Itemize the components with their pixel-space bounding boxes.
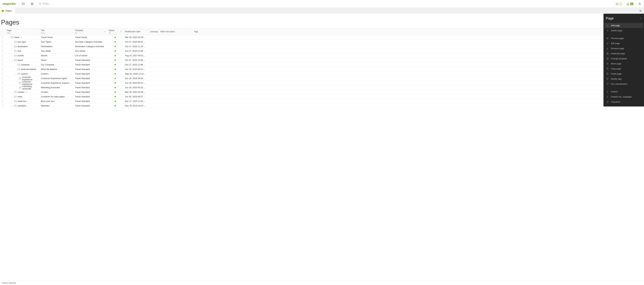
table-row[interactable]: ›membersMembersTravel StandardNov 25, 20…	[0, 104, 644, 108]
svg-rect-29	[607, 53, 608, 55]
col-header-abtest[interactable]: A/B/n test status	[158, 28, 192, 35]
svg-rect-4	[23, 4, 24, 4]
row-checkbox[interactable]	[2, 64, 3, 66]
svg-rect-7	[23, 5, 24, 5]
modification-date-cell: Jun 19, 2015 09:32 AM	[123, 82, 148, 84]
page-title-cell: Travel Home	[39, 36, 73, 39]
tasks-button[interactable]: 0	[613, 0, 624, 8]
expand-icon[interactable]: ›	[11, 105, 13, 107]
table-row[interactable]: ⌄careersCareersTravel StandardMay 26, 20…	[0, 72, 644, 76]
table-row[interactable]: companyOur CompanyTravel StandardOct 27,…	[0, 63, 644, 67]
tab-pages[interactable]: Pages	[0, 8, 16, 14]
action-delete[interactable]: Delete page	[604, 28, 643, 33]
expand-icon[interactable]: ›	[11, 100, 13, 102]
table-row[interactable]: tourTour detailTour DetailOct 27, 2015 1…	[0, 49, 644, 53]
row-checkbox[interactable]	[2, 73, 3, 75]
action-preview[interactable]: Preview page	[604, 36, 643, 41]
col-header-livecopy[interactable]: Livecopy	[148, 28, 158, 35]
col-header-status[interactable]: Status All ▾	[107, 28, 123, 35]
collapse-icon[interactable]: ⌄	[11, 59, 13, 61]
table-row[interactable]: ›contact€ContactTravel StandardMar 30, 2…	[0, 90, 644, 95]
template-cell: Travel Standard	[73, 100, 107, 102]
chevron-right-icon[interactable]	[639, 17, 642, 20]
table-row[interactable]: ›metaContainer for meta pagesTravel Stan…	[0, 95, 644, 99]
row-checkbox[interactable]	[2, 86, 3, 89]
row-checkbox[interactable]	[2, 55, 3, 57]
template-cell: Travel Standard	[73, 73, 107, 75]
search-input[interactable]	[42, 2, 611, 6]
page-name: marketing-associate	[22, 85, 38, 90]
col-header-modification[interactable]: Modification date	[123, 28, 148, 35]
expand-icon[interactable]: ›	[11, 55, 13, 57]
status-published-icon	[114, 64, 116, 65]
page-name: what-we-believe	[21, 68, 36, 71]
close-icon[interactable]	[639, 8, 642, 14]
action-publishsub[interactable]: Publish incl. subpages	[604, 94, 643, 99]
favorite-icon[interactable]	[28, 2, 36, 6]
template-cell: Travel Home	[73, 36, 107, 39]
user-menu-icon[interactable]	[636, 0, 644, 8]
action-publish[interactable]: Publish	[604, 89, 643, 94]
row-checkbox[interactable]	[2, 45, 3, 48]
action-unpublish[interactable]: Unpublish	[604, 99, 643, 104]
modification-date-cell: Oct 27, 2015 12:48 PM	[123, 64, 148, 66]
action-add[interactable]: Add page	[604, 23, 643, 28]
app-launcher-icon[interactable]	[19, 2, 28, 6]
table-row[interactable]: ⌄travel€Travel HomeTravel HomeMar 30, 20…	[0, 35, 644, 40]
action-move[interactable]: Move page	[604, 61, 643, 66]
row-checkbox[interactable]	[2, 68, 3, 71]
col-header-tags[interactable]: Tags	[192, 28, 644, 35]
status-published-icon	[114, 87, 116, 88]
table-row[interactable]: customer-experienceCustomer Experience A…	[0, 76, 644, 81]
row-checkbox[interactable]	[2, 100, 3, 102]
col-header-template[interactable]: Template All ▾	[73, 28, 107, 35]
action-changetmpl[interactable]: Change template	[604, 56, 643, 61]
notifications-button[interactable]: 1	[624, 0, 636, 8]
row-checkbox[interactable]	[2, 50, 3, 52]
action-rename[interactable]: Rename page	[604, 46, 643, 51]
page-icon	[14, 46, 16, 48]
modification-date-cell: May 26, 2016 12:23 PM	[123, 73, 148, 75]
logo[interactable]: magnolia®	[0, 2, 19, 6]
clip-icon	[606, 73, 609, 75]
table-row[interactable]: destinationDestinationsDestination Categ…	[0, 44, 644, 49]
table-row[interactable]: what-we-believeWhat We BelieveTravel Sta…	[0, 67, 644, 72]
action-classify[interactable]: Run classification	[604, 82, 643, 87]
pencil-icon	[606, 47, 609, 50]
template-cell: Travel Standard	[73, 105, 107, 107]
modification-date-cell: Jun 19, 2015 09:33 AM	[123, 86, 148, 89]
tag-icon	[606, 78, 609, 80]
page-name: book-tour	[18, 100, 26, 102]
action-duplicate[interactable]: Duplicate page	[604, 51, 643, 56]
collapse-icon[interactable]: ⌄	[14, 73, 16, 75]
action-copy[interactable]: Copy page	[604, 66, 643, 71]
row-checkbox[interactable]	[2, 105, 3, 107]
row-checkbox[interactable]	[2, 82, 3, 84]
row-checkbox[interactable]	[2, 41, 3, 43]
dot-icon	[606, 91, 609, 93]
expand-icon[interactable]: ›	[11, 96, 13, 98]
row-checkbox[interactable]	[2, 36, 3, 39]
action-paste[interactable]: Paste page	[604, 71, 643, 76]
row-checkbox[interactable]	[2, 91, 3, 93]
row-checkbox[interactable]	[2, 59, 3, 61]
table-row[interactable]: tour-typeTour TypesTourType Category Ove…	[0, 40, 644, 44]
col-header-page[interactable]: Page Filter...	[5, 28, 39, 35]
collapse-icon[interactable]: ⌄	[8, 37, 10, 38]
table-row[interactable]: marketing-associateMarketing AssociateTr…	[0, 85, 644, 90]
expand-icon[interactable]: ›	[11, 91, 13, 93]
table-row[interactable]: customer-experienceCustomer Experience S…	[0, 81, 644, 85]
svg-point-10	[39, 3, 40, 4]
status-published-icon	[114, 105, 116, 107]
row-checkbox[interactable]	[2, 96, 3, 98]
page-icon	[14, 59, 16, 61]
template-cell: TourType Category Overview	[73, 41, 107, 43]
table-row[interactable]: ⌄aboutAboutTravel StandardOct 27, 2015 1…	[0, 58, 644, 63]
row-checkbox[interactable]	[2, 77, 3, 80]
col-header-title[interactable]: Title Filter...	[39, 28, 73, 35]
table-row[interactable]: ›book-tourBook your tourTravel StandardD…	[0, 99, 644, 104]
modification-date-cell: Mar 30, 2023 02:04 AM	[123, 91, 148, 93]
action-tags[interactable]: Modify tags	[604, 76, 643, 82]
table-row[interactable]: ›storiesStoriesList of storiesAug 10, 20…	[0, 53, 644, 58]
action-edit[interactable]: Edit page	[604, 41, 643, 46]
